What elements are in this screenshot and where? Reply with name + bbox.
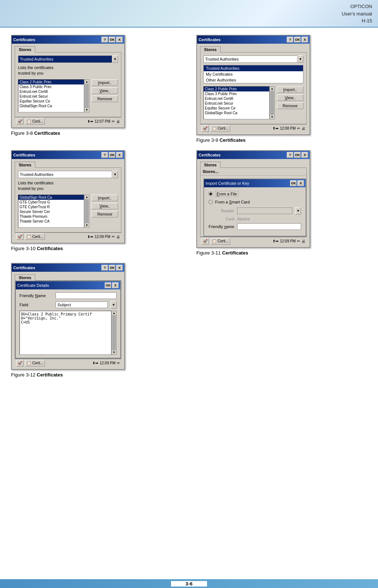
list-item-fig3-8-0[interactable]: Class 2 Public Prim <box>18 80 84 84</box>
list-item-fig3-10-3[interactable]: Secure Server Cer <box>18 209 84 214</box>
friendly-name-input-fig3-12[interactable] <box>56 292 117 299</box>
scroll-up-fig3-9[interactable]: ▲ <box>270 87 274 91</box>
listbox-fig3-10[interactable]: GlobalSign Root Ca GTE CyberTrust G GTE … <box>18 195 84 228</box>
tab-stores-fig3-8[interactable]: Stores <box>15 46 35 53</box>
help-button-fig3-9[interactable]: ? <box>287 37 293 43</box>
tab-stores-fig3-9[interactable]: Stores <box>200 46 221 53</box>
taskbar-icon2-fig3-10: ✏ <box>112 235 115 239</box>
dropdown-arrow-fig3-10[interactable]: ▼ <box>112 171 118 178</box>
scroll-down-fig3-8[interactable]: ▼ <box>85 108 89 112</box>
remove-button-fig3-9[interactable]: Remove <box>277 102 303 109</box>
listbox-fig3-9[interactable]: Class 2 Public Prim Class 3 Public Prim … <box>203 86 270 119</box>
ok-button-fig3-11[interactable]: OK <box>294 152 301 158</box>
list-item-fig3-8-2[interactable]: Entrust.net Certifi <box>18 89 84 94</box>
ok-button-fig3-9[interactable]: OK <box>294 37 301 43</box>
ok-button-fig3-8[interactable]: OK <box>109 37 115 43</box>
list-item-fig3-9-2[interactable]: Entrust.net Certifi <box>204 96 269 101</box>
scroll-down-fig3-9[interactable]: ▼ <box>270 115 274 119</box>
figures-row-1: Certificates ? OK X Stores <box>11 35 367 143</box>
field-dropdown-fig3-12[interactable]: ▼ <box>111 301 117 309</box>
list-item-fig3-8-1[interactable]: Class 3 Public Prim <box>18 84 84 89</box>
list-item-fig3-9-0[interactable]: Class 2 Public Prim <box>204 87 269 91</box>
list-item-fig3-10-4[interactable]: Thawte Premium <box>18 214 84 219</box>
view-button-fig3-9[interactable]: View.. <box>277 94 303 101</box>
tab-stores-fig3-12[interactable]: Stores <box>15 274 35 281</box>
close-button-fig3-8[interactable]: X <box>116 37 123 43</box>
dropdown-arrow-fig3-8[interactable]: ▼ <box>112 55 118 63</box>
listbox-fig3-8[interactable]: Class 2 Public Prim Class 3 Public Prim … <box>18 79 84 112</box>
list-item-fig3-8-3[interactable]: Entrust.net Secur <box>18 94 84 99</box>
close-button-fig3-10[interactable]: X <box>116 152 123 158</box>
help-button-fig3-10[interactable]: ? <box>101 152 108 158</box>
import-button-fig3-9[interactable]: Import.. <box>277 86 303 93</box>
view-button-fig3-10[interactable]: View.. <box>92 203 118 209</box>
certdetails-title-fig3-12: Certificate Details <box>17 283 49 288</box>
certdetails-ok-fig3-12[interactable]: OK <box>105 282 111 288</box>
details-scroll-down-fig3-12[interactable]: ▼ <box>112 350 116 354</box>
certdetails-close-fig3-12[interactable]: X <box>112 282 119 288</box>
dropdown-option-oa-fig3-9[interactable]: Other Authorities <box>204 77 303 83</box>
friendly-input-fig3-11[interactable] <box>237 223 301 230</box>
from-smartcard-label-fig3-11[interactable]: From a Smart Card <box>215 200 250 204</box>
subdialog-ok-fig3-11[interactable]: OK <box>290 180 297 186</box>
import-button-fig3-8[interactable]: Import.. <box>92 79 118 86</box>
certi-button-fig3-10[interactable]: 📋 Certi... <box>25 233 45 240</box>
certi-button-fig3-12[interactable]: 📋 Certi... <box>25 360 45 367</box>
list-item-fig3-10-0[interactable]: GlobalSign Root Ca <box>18 195 84 200</box>
list-item-fig3-9-1[interactable]: Class 3 Public Prim <box>204 91 269 96</box>
list-item-fig3-8-4[interactable]: Equifax Secure Ce <box>18 99 84 104</box>
start-button-fig3-9[interactable]: 🚀 <box>202 125 209 132</box>
certi-button-fig3-11[interactable]: 📋 Certi... <box>210 238 230 245</box>
details-scrollbar-fig3-12: ▲ ▼ <box>111 311 117 355</box>
brand-name: OPTICON <box>342 3 372 10</box>
reader-dropdown-fig3-11[interactable]: ▼ <box>295 207 301 214</box>
help-button-fig3-11[interactable]: ? <box>287 152 293 158</box>
dropdown-arrow-fig3-9[interactable]: ▼ <box>297 55 303 63</box>
dropdown-option-ta-fig3-9[interactable]: Trusted Authorities <box>204 65 303 71</box>
certi-button-fig3-8[interactable]: 📋 Certi... <box>25 118 45 125</box>
close-button-fig3-12[interactable]: X <box>116 265 123 271</box>
tab-stores-fig3-10[interactable]: Stores <box>15 162 35 168</box>
taskbar-right-fig3-9: ⬆➡ 12:08 PM ✏ 🖨 <box>272 126 305 130</box>
import-button-fig3-10[interactable]: Import.. <box>92 195 118 201</box>
radio-smartcard-circle-fig3-11[interactable] <box>208 200 213 204</box>
start-button-fig3-10[interactable]: 🚀 <box>16 233 24 240</box>
start-button-fig3-8[interactable]: 🚀 <box>16 118 24 125</box>
scroll-up-fig3-10[interactable]: ▲ <box>85 195 89 199</box>
certi-button-fig3-9[interactable]: 📋 Certi... <box>210 125 230 132</box>
list-item-fig3-9-3[interactable]: Entrust.net Secur <box>204 101 269 106</box>
remove-button-fig3-8[interactable]: Remove <box>92 95 118 102</box>
dropdown-value-fig3-8[interactable]: Trusted Authorities <box>18 55 112 63</box>
dropdown-value-fig3-10[interactable]: Trusted Authorities <box>18 171 112 178</box>
list-item-fig3-10-2[interactable]: GTE CyberTrust R <box>18 205 84 209</box>
details-textarea-fig3-12[interactable]: OU=Class 2 Public Primary CertifO="VeriS… <box>19 311 111 355</box>
dropdown-option-mc-fig3-9[interactable]: My Certificates <box>204 71 303 77</box>
field-value-fig3-12[interactable]: Subject <box>56 302 108 308</box>
ok-button-fig3-10[interactable]: OK <box>109 152 115 158</box>
list-item-fig3-9-5[interactable]: GlobalSign Root Ca <box>204 111 269 115</box>
close-button-fig3-9[interactable]: X <box>302 37 308 43</box>
details-scroll-up-fig3-12[interactable]: ▲ <box>112 311 116 315</box>
list-item-fig3-10-5[interactable]: Thawte Server CA <box>18 219 84 224</box>
start-button-fig3-11[interactable]: 🚀 <box>202 238 209 245</box>
reader-input-fig3-11[interactable] <box>237 208 292 214</box>
list-item-fig3-8-5[interactable]: GlobalSign Root Ca <box>18 104 84 108</box>
view-button-fig3-8[interactable]: View.. <box>92 87 118 94</box>
help-button-fig3-8[interactable]: ? <box>101 37 108 43</box>
dialog-title-fig3-8: Certificates <box>13 37 35 42</box>
close-button-fig3-11[interactable]: X <box>302 152 308 158</box>
from-file-label-fig3-11[interactable]: From a File <box>215 191 239 197</box>
remove-button-fig3-10[interactable]: Remove <box>92 211 118 217</box>
subdialog-close-fig3-11[interactable]: X <box>297 180 304 186</box>
scroll-up-fig3-8[interactable]: ▲ <box>85 80 89 84</box>
radio-file-circle-fig3-11[interactable] <box>208 192 213 196</box>
tab-stores-fig3-11[interactable]: Stores <box>200 162 221 168</box>
dropdown-value-fig3-9[interactable]: Trusted Authorities <box>203 55 297 63</box>
caption-fig3-9: Figure 3-9 Certificates <box>196 137 367 143</box>
list-item-fig3-9-4[interactable]: Equifax Secure Ce <box>204 106 269 111</box>
ok-button-fig3-12[interactable]: OK <box>109 265 115 271</box>
start-button-fig3-12[interactable]: 🚀 <box>16 360 24 367</box>
list-item-fig3-10-1[interactable]: GTE CyberTrust G <box>18 200 84 205</box>
scroll-down-fig3-10[interactable]: ▼ <box>85 223 89 227</box>
help-button-fig3-12[interactable]: ? <box>101 265 108 271</box>
